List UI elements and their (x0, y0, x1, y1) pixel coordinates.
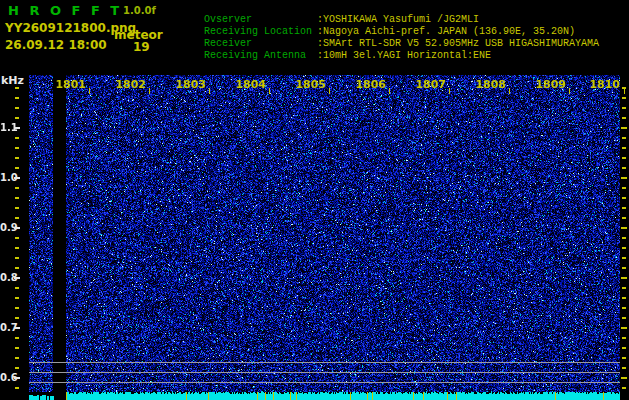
freq-minor-tick (15, 167, 19, 169)
freq-minor-tick (15, 147, 19, 149)
time-minute-tick (624, 88, 625, 94)
freq-minor-tick (15, 287, 19, 289)
freq-major-tick (14, 227, 20, 229)
freq-major-tick-right (621, 177, 627, 179)
freq-minor-tick (15, 257, 19, 259)
app-version: 1.0.0f (123, 5, 156, 16)
freq-minor-tick-right (622, 167, 626, 169)
freq-minor-tick-right (622, 237, 626, 239)
freq-major-tick-right (621, 327, 627, 329)
freq-minor-tick-right (622, 257, 626, 259)
freq-minor-tick (15, 207, 19, 209)
freq-minor-tick (15, 117, 19, 119)
freq-minor-tick-right (622, 357, 626, 359)
freq-tick-label: 0.8 (0, 272, 14, 283)
time-tick-label: 1804 (235, 78, 266, 91)
time-tick-label: 1803 (175, 78, 206, 91)
freq-minor-tick-right (622, 367, 626, 369)
freq-minor-tick (15, 217, 19, 219)
freq-minor-tick (15, 337, 19, 339)
freq-minor-tick-right (622, 97, 626, 99)
freq-minor-tick-right (622, 187, 626, 189)
info-value: :10mH 3el.YAGI Horizontal:ENE (317, 50, 491, 61)
freq-minor-tick-right (622, 247, 626, 249)
freq-minor-tick-right (622, 267, 626, 269)
freq-minor-tick (15, 367, 19, 369)
time-tick-label: 1802 (115, 78, 146, 91)
time-minute-tick (569, 88, 570, 94)
freq-minor-tick (15, 237, 19, 239)
freq-minor-tick-right (622, 197, 626, 199)
freq-minor-tick (15, 357, 19, 359)
info-row-antenna: Receiving Antenna:10mH 3el.YAGI Horizont… (180, 38, 491, 74)
freq-minor-tick (15, 107, 19, 109)
freq-minor-tick (15, 87, 19, 89)
freq-minor-tick-right (622, 217, 626, 219)
freq-minor-tick-right (622, 157, 626, 159)
freq-minor-tick (15, 317, 19, 319)
freq-major-tick (14, 277, 20, 279)
freq-major-tick (14, 327, 20, 329)
freq-major-tick-right (621, 377, 627, 379)
app-title: H R O F F T (8, 3, 122, 18)
freq-tick-label: 1.0 (0, 172, 14, 183)
freq-axis-unit: kHz (1, 74, 24, 87)
freq-tick-label: 0.7 (0, 322, 14, 333)
freq-minor-tick (15, 247, 19, 249)
freq-major-tick (14, 127, 20, 129)
freq-tick-label: 0.9 (0, 222, 14, 233)
freq-minor-tick (15, 137, 19, 139)
time-minute-tick (149, 88, 150, 94)
spectrogram-canvas (29, 75, 629, 400)
freq-minor-tick (15, 187, 19, 189)
time-minute-tick (509, 88, 510, 94)
freq-minor-tick (15, 347, 19, 349)
freq-minor-tick-right (622, 387, 626, 389)
freq-minor-tick (15, 97, 19, 99)
time-tick-label: 1808 (475, 78, 506, 91)
time-minute-tick (329, 88, 330, 94)
time-tick-label: 1810 (589, 78, 620, 91)
observation-datetime: 26.09.12 18:00 (5, 38, 107, 52)
freq-minor-tick-right (622, 117, 626, 119)
hrofft-output-image: H R O F F T 1.0.0f YY2609121800.png mete… (0, 0, 629, 400)
time-tick-label: 1806 (355, 78, 386, 91)
freq-minor-tick (15, 157, 19, 159)
time-minute-tick (209, 88, 210, 94)
freq-major-tick-right (621, 227, 627, 229)
freq-minor-tick-right (622, 317, 626, 319)
time-minute-tick (389, 88, 390, 94)
freq-minor-tick-right (622, 307, 626, 309)
freq-minor-tick-right (622, 337, 626, 339)
freq-major-tick (14, 377, 20, 379)
echo-count: 19 (133, 40, 150, 54)
freq-minor-tick (15, 267, 19, 269)
time-minute-tick (89, 88, 90, 94)
freq-minor-tick (15, 307, 19, 309)
time-tick-label: 1807 (415, 78, 446, 91)
time-tick-label: 1805 (295, 78, 326, 91)
freq-major-tick-right (621, 127, 627, 129)
freq-tick-label: 0.6 (0, 372, 14, 383)
freq-minor-tick-right (622, 207, 626, 209)
freq-minor-tick-right (622, 107, 626, 109)
freq-minor-tick (15, 387, 19, 389)
time-tick-label: 1809 (535, 78, 566, 91)
info-label: Receiving Antenna (204, 50, 317, 62)
freq-major-tick (14, 177, 20, 179)
time-minute-tick (449, 88, 450, 94)
time-minute-tick (269, 88, 270, 94)
freq-minor-tick-right (622, 347, 626, 349)
freq-major-tick-right (621, 277, 627, 279)
freq-minor-tick-right (622, 137, 626, 139)
freq-minor-tick (15, 197, 19, 199)
freq-minor-tick (15, 297, 19, 299)
freq-minor-tick-right (622, 287, 626, 289)
freq-minor-tick-right (622, 297, 626, 299)
freq-tick-label: 1.1 (0, 122, 14, 133)
time-tick-label: 1801 (55, 78, 86, 91)
freq-minor-tick-right (622, 147, 626, 149)
